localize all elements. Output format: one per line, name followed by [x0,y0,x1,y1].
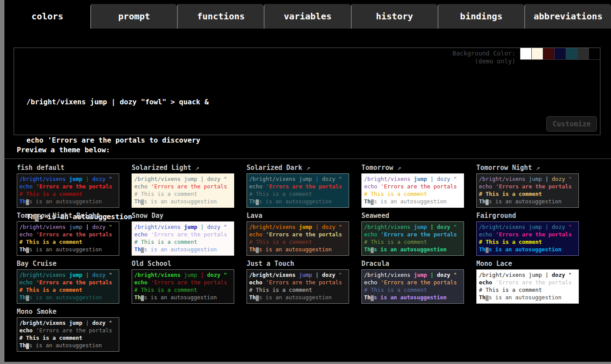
theme-sample-pipe: | [201,224,207,230]
theme-title-solarized-dark[interactable]: Solarized Dark ↗ [247,164,361,172]
theme-sample-command-line: /bright/vixens jump | dozy " [249,223,349,231]
theme-sample-command: echo [364,231,381,238]
theme-sample-quote: " [224,176,227,182]
theme-sample-comment-line: # This is a comment [19,286,119,294]
theme-sample-command: echo [479,231,496,238]
theme-preview-tomorrow-night-bright[interactable]: /bright/vixens jump | dozy "echo 'Errors… [17,221,119,256]
theme-sample-comment: # This is a comment [479,239,542,245]
bg-swatch-navy[interactable] [555,48,566,59]
theme-name-label: Tomorrow [361,164,393,172]
theme-sample-error-string: 'Errors are the portals [266,279,342,286]
bg-swatch-dark-teal[interactable] [566,48,577,59]
theme-title-mono-lace: Mono Lace [476,260,591,268]
theme-sample-param2: dozy [322,272,339,278]
theme-sample-comment: # This is a comment [249,191,312,197]
theme-sample-error-string: 'Errors are the portals [381,231,457,238]
tab-prompt[interactable]: prompt [90,4,177,29]
bg-swatch-dark-gray[interactable] [578,48,589,59]
theme-sample-autosuggestion-line: Ths is an autosuggestion [249,246,349,253]
theme-sample-path: /bright/vixens [479,272,529,278]
theme-sample-autosuggestion: s is an autosuggestion [29,342,102,349]
theme-title-tomorrow-night-bright[interactable]: Tomorrow Night Bright ↗ [17,212,132,220]
theme-sample-command-line: /bright/vixens jump | dozy " [479,175,578,183]
theme-preview-mono-lace[interactable]: /bright/vixens jump | dozy "echo 'Errors… [476,269,579,304]
theme-sample-cursor [371,247,374,253]
theme-sample-comment-line: # This is a comment [249,238,349,246]
theme-preview-fish-default[interactable]: /bright/vixens jump | dozy "echo 'Errors… [17,173,119,208]
theme-sample-autosuggestion: s is an autosuggestion [259,198,332,205]
theme-sample-command: echo [134,183,151,190]
theme-sample-autosuggestion-line: Ths is an autosuggestion [19,342,119,349]
tab-abbreviations[interactable]: abbreviations [524,4,611,29]
bg-swatch-cream[interactable] [532,48,543,59]
bg-swatch-dark-red[interactable] [543,48,554,59]
theme-sample-path: /bright/vixens [364,224,414,230]
theme-sample-path: /bright/vixens [249,224,299,230]
theme-sample-param2: dozy [207,176,224,182]
background-color-label-line1: Background Color: [453,49,515,57]
theme-sample-error-line: echo 'Errors are the portals [19,327,119,334]
theme-preview-tomorrow[interactable]: /bright/vixens jump | dozy "echo 'Errors… [361,173,464,208]
theme-preview-bay-cruise[interactable]: /bright/vixens jump | dozy "echo 'Errors… [17,269,119,304]
theme-preview-mono-smoke[interactable]: /bright/vixens jump | dozy "echo 'Errors… [17,317,119,352]
tab-bindings[interactable]: bindings [438,4,524,29]
tab-variables[interactable]: variables [264,4,350,29]
theme-grid: fish default/bright/vixens jump | dozy "… [4,161,611,362]
theme-sample-typed: Th [479,198,486,205]
theme-sample-param: jump [414,224,431,230]
theme-preview-lava[interactable]: /bright/vixens jump | dozy "echo 'Errors… [247,221,349,256]
theme-sample-quote: " [224,224,227,230]
theme-sample-autosuggestion-line: Ths is an autosuggestion [479,294,578,301]
theme-sample-typed: Th [134,198,141,205]
tab-colors[interactable]: colors [4,4,90,29]
theme-preview-tomorrow-night[interactable]: /bright/vixens jump | dozy "echo 'Errors… [476,173,579,208]
theme-sample-command: echo [364,183,381,190]
theme-preview-just-a-touch[interactable]: /bright/vixens jump | dozy "echo 'Errors… [247,269,349,304]
theme-title-solarized-light[interactable]: Solarized Light ↗ [132,164,247,172]
theme-sample-pipe: | [316,272,322,278]
tab-bar: colorspromptfunctionsvariableshistorybin… [4,4,611,29]
theme-preview-seaweed[interactable]: /bright/vixens jump | dozy "echo 'Errors… [361,221,464,256]
theme-sample-command-line: /bright/vixens jump | dozy " [364,223,464,231]
theme-sample-quote: " [453,224,457,230]
theme-preview-solarized-light[interactable]: /bright/vixens jump | dozy "echo 'Errors… [132,173,234,208]
external-link-icon: ↗ [393,164,401,172]
theme-sample-autosuggestion: s is an autosuggestion [489,246,562,253]
theme-title-mono-smoke: Mono Smoke [17,308,132,316]
theme-sample-path: /bright/vixens [19,176,69,182]
theme-sample-cursor [141,295,144,301]
theme-preview-old-school[interactable]: /bright/vixens jump | dozy "echo 'Errors… [132,269,234,304]
theme-name-label: Snow Day [132,212,163,220]
theme-title-snow-day: Snow Day [132,212,247,220]
theme-sample-autosuggestion-line: Ths is an autosuggestion [364,294,464,301]
theme-preview-dracula[interactable]: /bright/vixens jump | dozy "echo 'Errors… [361,269,464,304]
theme-name-label: Lava [247,212,262,220]
theme-name-label: Dracula [361,260,389,268]
theme-title-tomorrow-night[interactable]: Tomorrow Night ↗ [476,164,591,172]
theme-name-label: Fairground [476,212,516,220]
theme-sample-path: /bright/vixens [134,272,184,278]
theme-sample-autosuggestion: s is an autosuggestion [489,198,562,205]
theme-sample-error-string: 'Errors are the portals [36,279,112,286]
theme-title-tomorrow[interactable]: Tomorrow ↗ [361,164,476,172]
theme-sample-typed: Th [19,294,26,301]
theme-sample-comment-line: # This is a comment [479,190,578,198]
customize-button[interactable]: Customize [546,116,597,132]
bg-swatch-black[interactable] [589,48,600,59]
theme-preview-solarized-dark[interactable]: /bright/vixens jump | dozy "echo 'Errors… [247,173,349,208]
theme-sample-quote: " [568,224,572,230]
bg-swatch-white[interactable] [520,48,531,59]
background-color-label-line2: (demo only) [453,57,515,65]
tab-functions[interactable]: functions [177,4,264,29]
theme-sample-autosuggestion: s is an autosuggestion [374,198,447,205]
theme-sample-error-line: echo 'Errors are the portals [479,231,578,238]
tab-history[interactable]: history [351,4,438,29]
theme-sample-autosuggestion-line: Ths is an autosuggestion [19,294,119,301]
theme-preview-snow-day[interactable]: /bright/vixens jump | dozy "echo 'Errors… [132,221,234,256]
theme-sample-comment: # This is a comment [364,287,427,293]
theme-preview-fairground[interactable]: /bright/vixens jump | dozy "echo 'Errors… [476,221,579,256]
theme-sample-error-line: echo 'Errors are the portals [249,183,349,190]
theme-sample-command-line: /bright/vixens jump | dozy " [249,271,349,279]
theme-sample-pipe: | [86,224,92,230]
theme-sample-cursor [26,199,29,205]
